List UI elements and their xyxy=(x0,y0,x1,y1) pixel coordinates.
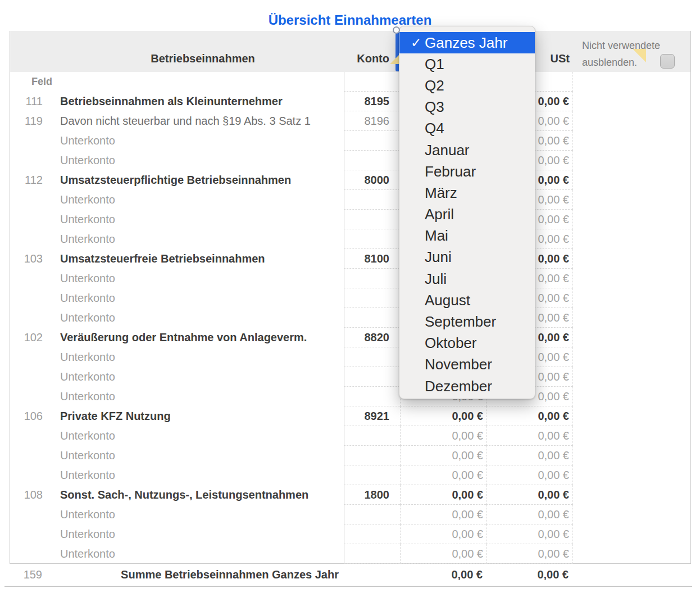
menu-item[interactable]: Juli xyxy=(399,268,535,290)
konto-value[interactable]: 8820 xyxy=(344,328,400,347)
table-row: 119 Davon nicht steuerbar und nach §19 A… xyxy=(10,111,690,131)
row-label: Umsatzsteuerfreie Betriebseinnahmen xyxy=(43,249,344,269)
konto-value[interactable] xyxy=(344,347,400,367)
menu-item[interactable]: November xyxy=(399,354,535,376)
konto-value[interactable] xyxy=(344,387,400,406)
hide-cell xyxy=(572,505,690,524)
hide-cell xyxy=(572,426,690,446)
menu-item[interactable]: September xyxy=(399,311,535,332)
table-row: Unterkonto 0,00 € 0,00 € xyxy=(10,229,690,249)
row-label: Unterkonto xyxy=(43,387,344,406)
row-label: Davon nicht steuerbar und nach §19 Abs. … xyxy=(43,111,344,131)
period-dropdown-menu: ✓ Ganzes Jahr Q1 Q2 Q3 Q4 xyxy=(399,26,535,399)
menu-item[interactable]: Q2 xyxy=(399,75,535,96)
menu-item[interactable]: Dezember xyxy=(399,376,535,397)
menu-item[interactable]: März xyxy=(399,182,535,203)
hide-cell xyxy=(572,406,690,426)
einnahme-value[interactable]: 0,00 € xyxy=(400,406,486,426)
feld-number xyxy=(10,131,43,151)
menu-item[interactable]: Januar xyxy=(399,139,535,161)
table-row: Unterkonto 0,00 € 0,00 € xyxy=(10,367,690,387)
konto-value[interactable] xyxy=(344,524,400,544)
menu-item-label: Q2 xyxy=(425,77,444,94)
feld-number xyxy=(10,151,43,170)
ust-value[interactable]: 0,00 € xyxy=(486,426,572,446)
einnahme-value[interactable]: 0,00 € xyxy=(400,485,486,505)
konto-value[interactable] xyxy=(344,131,400,151)
ust-value[interactable]: 0,00 € xyxy=(486,446,572,465)
konto-value[interactable] xyxy=(344,229,400,249)
menu-item-label: März xyxy=(425,184,457,202)
feld-number: 119 xyxy=(10,111,43,131)
konto-value[interactable] xyxy=(344,190,400,210)
ust-value[interactable]: 0,00 € xyxy=(486,524,572,544)
popup-anchor-dot[interactable] xyxy=(393,26,400,34)
table-row: Unterkonto 0,00 € 0,00 € xyxy=(10,544,690,564)
einnahme-value[interactable]: 0,00 € xyxy=(400,465,486,485)
ust-value[interactable]: 0,00 € xyxy=(486,544,572,564)
ust-value[interactable]: 0,00 € xyxy=(486,505,572,524)
ust-value[interactable]: 0,00 € xyxy=(486,465,572,485)
einnahme-value[interactable]: 0,00 € xyxy=(400,505,486,524)
menu-item-label: Januar xyxy=(425,142,470,159)
summary-einnahme-value: 0,00 € xyxy=(399,564,485,586)
row-label: Unterkonto xyxy=(43,210,344,229)
table-row: 106 Private KFZ Nutzung 8921 0,00 € 0,00… xyxy=(10,406,690,426)
ust-value[interactable]: 0,00 € xyxy=(486,406,572,426)
menu-item[interactable]: Q1 xyxy=(399,53,535,75)
table-row: Unterkonto 0,00 € 0,00 € xyxy=(10,505,690,524)
menu-item[interactable]: Q3 xyxy=(399,97,535,118)
konto-value[interactable] xyxy=(344,544,400,564)
konto-value[interactable]: 8195 xyxy=(344,92,400,111)
hide-cell xyxy=(572,92,690,111)
row-label: Unterkonto xyxy=(43,190,344,210)
konto-value[interactable]: 8921 xyxy=(344,406,400,426)
hide-cell xyxy=(572,131,690,151)
menu-item[interactable]: ✓ Ganzes Jahr xyxy=(399,32,535,53)
feld-number: 103 xyxy=(10,249,43,269)
menu-item[interactable]: Juni xyxy=(399,247,535,268)
row-label: Unterkonto xyxy=(43,288,344,308)
konto-value[interactable] xyxy=(344,426,400,446)
konto-value[interactable] xyxy=(344,446,400,465)
table-row: Unterkonto 0,00 € 0,00 € xyxy=(10,524,690,544)
hide-unused-checkbox[interactable] xyxy=(660,54,675,69)
einnahme-value[interactable]: 0,00 € xyxy=(400,426,486,446)
konto-value[interactable] xyxy=(344,288,400,308)
konto-value[interactable] xyxy=(344,465,400,485)
einnahme-value[interactable]: 0,00 € xyxy=(400,524,486,544)
feld-number xyxy=(10,347,43,367)
konto-value[interactable] xyxy=(344,505,400,524)
einnahme-value[interactable]: 0,00 € xyxy=(400,544,486,564)
menu-item[interactable]: Mai xyxy=(399,225,535,247)
table-row: Unterkonto 0,00 € 0,00 € xyxy=(10,288,690,308)
konto-value[interactable]: 8100 xyxy=(344,249,400,269)
einnahme-value[interactable]: 0,00 € xyxy=(400,446,486,465)
feld-number: 102 xyxy=(10,328,43,347)
konto-value[interactable]: 8196 xyxy=(344,111,400,131)
feld-header-row: Feld xyxy=(10,72,690,92)
feld-number: 108 xyxy=(10,485,43,505)
menu-item[interactable]: Februar xyxy=(399,161,535,182)
menu-item[interactable]: Oktober xyxy=(399,333,535,354)
summary-ust-value: 0,00 € xyxy=(485,564,572,586)
row-label: Unterkonto xyxy=(43,269,344,288)
ust-value[interactable]: 0,00 € xyxy=(486,485,572,505)
menu-item[interactable]: Q4 xyxy=(399,118,535,139)
feld-number xyxy=(10,505,43,524)
feld-number xyxy=(10,544,43,564)
menu-item[interactable]: August xyxy=(399,290,535,311)
feld-number: 106 xyxy=(10,406,43,426)
menu-item-label: August xyxy=(425,292,470,309)
table-row: Unterkonto 0,00 € 0,00 € xyxy=(10,347,690,367)
menu-item[interactable]: April xyxy=(399,204,535,225)
konto-value[interactable] xyxy=(344,210,400,229)
konto-value[interactable] xyxy=(344,367,400,387)
menu-item-label: April xyxy=(425,206,454,223)
konto-value[interactable] xyxy=(344,308,400,328)
konto-value[interactable] xyxy=(344,151,400,170)
konto-value[interactable] xyxy=(344,269,400,288)
menu-item-label: Q1 xyxy=(425,56,444,73)
konto-value[interactable]: 8000 xyxy=(344,170,400,190)
konto-value[interactable]: 1800 xyxy=(344,485,400,505)
